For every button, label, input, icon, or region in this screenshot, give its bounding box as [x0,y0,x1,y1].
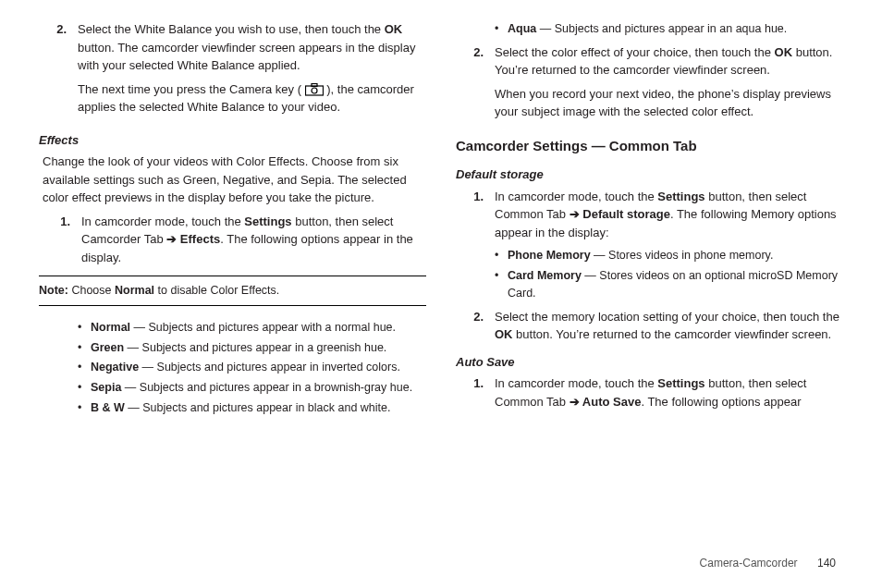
note-box: Note: Choose Normal to disable Color Eff… [39,276,426,306]
list-item: •Card Memory — Stores videos on an optio… [495,267,843,302]
list-item: •Green — Subjects and pictures appear in… [78,339,426,357]
step-body: In camcorder mode, touch the Settings bu… [495,188,843,242]
effects-paragraph: Change the look of your videos with Colo… [43,153,426,207]
step-body: In camcorder mode, touch the Settings bu… [495,374,843,410]
bullet-icon: • [78,399,91,417]
list-item: •Negative — Subjects and pictures appear… [78,359,426,376]
svg-point-2 [312,88,317,93]
step-number: 1. [43,213,81,267]
camcorder-settings-heading: Camcorder Settings — Common Tab [456,136,843,157]
list-item: •B & W — Subjects and pictures appear in… [78,399,426,417]
step-number: 2. [456,308,495,344]
list-item: •Normal — Subjects and pictures appear w… [78,319,426,337]
list-item: 2. Select the White Balance you wish to … [39,20,426,122]
list-item: • Aqua — Subjects and pictures appear in… [495,20,843,38]
bullet-icon: • [78,319,91,337]
storage-options-list: •Phone Memory — Stores videos in phone m… [495,247,843,301]
bullet-icon: • [78,339,91,357]
arrow-icon: ➔ [570,395,580,409]
list-item: •Sepia — Subjects and pictures appear in… [78,379,426,397]
list-item: 1. In camcorder mode, touch the Settings… [43,213,426,267]
arrow-icon: ➔ [570,207,580,221]
bullet-icon: • [495,247,508,264]
list-item: 1. In camcorder mode, touch the Settings… [456,188,843,242]
list-item: 1. In camcorder mode, touch the Settings… [456,374,843,410]
bullet-icon: • [495,20,508,38]
step-body: In camcorder mode, touch the Settings bu… [81,213,426,267]
effects-options-list-cont: • Aqua — Subjects and pictures appear in… [495,20,843,38]
right-column: • Aqua — Subjects and pictures appear in… [456,20,843,536]
step-number: 2. [456,43,495,127]
step-number: 1. [456,188,495,242]
effects-heading: Effects [39,131,426,150]
list-item: •Phone Memory — Stores videos in phone m… [495,247,843,264]
page-number: 140 [817,557,836,570]
step-number: 2. [39,20,78,122]
list-item: 2. Select the memory location setting of… [456,308,843,344]
list-item: 2. Select the color effect of your choic… [456,43,843,127]
page-content: 2. Select the White Balance you wish to … [0,0,882,536]
section-label: Camera-Camcorder [700,557,798,570]
step-body: Select the White Balance you wish to use… [78,20,426,122]
bullet-icon: • [78,359,91,376]
camera-icon [305,83,324,96]
arrow-icon: ➔ [166,232,177,246]
svg-rect-1 [312,83,317,86]
effects-options-list: •Normal — Subjects and pictures appear w… [78,319,426,417]
left-column: 2. Select the White Balance you wish to … [39,20,426,536]
step-body: Select the color effect of your choice, … [495,43,843,127]
step-body: Select the memory location setting of yo… [495,308,843,344]
default-storage-heading: Default storage [456,165,843,184]
page-footer: Camera-Camcorder 140 [700,555,836,571]
auto-save-heading: Auto Save [456,353,843,372]
bullet-icon: • [78,379,91,397]
step-number: 1. [456,374,495,410]
bullet-icon: • [495,267,508,302]
